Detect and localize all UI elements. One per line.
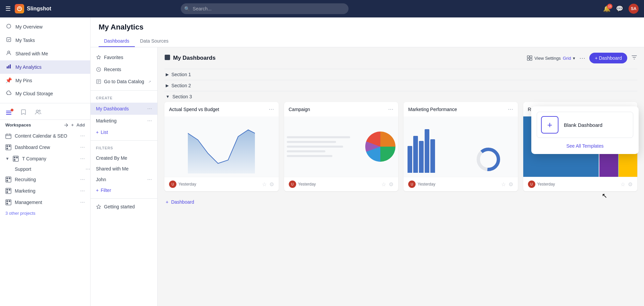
middle-item-my-dashboards[interactable]: My Dashboards ⋯ bbox=[91, 103, 157, 115]
workspaces-tab-bookmarks[interactable] bbox=[20, 109, 27, 117]
card-date-marketing: Yesterday bbox=[418, 182, 435, 187]
dashboard-header: My Dashboards View Settings Grid ▾ ⋯ + D… bbox=[164, 53, 637, 63]
svg-rect-5 bbox=[8, 65, 9, 68]
ws-label-marketing: Marketing bbox=[15, 188, 35, 194]
card-more-campaign[interactable]: ⋯ bbox=[388, 106, 393, 112]
user-avatar[interactable]: SA bbox=[629, 4, 639, 14]
other-projects-link[interactable]: 3 other projects bbox=[0, 208, 90, 218]
dropdown-blank-dashboard[interactable]: + Blank Dashboard ↖ bbox=[537, 112, 633, 138]
section-2-row[interactable]: ▶ Section 2 bbox=[164, 80, 637, 91]
star-icon-campaign[interactable]: ☆ bbox=[381, 181, 386, 188]
filter-john[interactable]: John ⋯ bbox=[91, 174, 157, 185]
ws-sub-support[interactable]: Support ⋯ bbox=[0, 164, 90, 174]
marketing-more[interactable]: ⋯ bbox=[147, 118, 152, 123]
main-body: Favorites Recents Go to Data Catalog ↗ C… bbox=[91, 47, 644, 306]
filter-john-more[interactable]: ⋯ bbox=[147, 177, 152, 182]
tab-data-sources[interactable]: Data Sources bbox=[135, 36, 174, 47]
add-dashboard-button[interactable]: + Dashboard bbox=[589, 53, 627, 63]
add-workspace-label[interactable]: Add bbox=[76, 122, 85, 128]
dashboard-more-button[interactable]: ⋯ bbox=[579, 54, 585, 62]
tab-dashboards[interactable]: Dashboards bbox=[99, 36, 135, 47]
sidebar-label-my-cloud-storage: My Cloud Storage bbox=[15, 91, 53, 96]
workspace-marketing[interactable]: Marketing ⋯ bbox=[0, 185, 90, 197]
see-all-templates-link[interactable]: See All Templates bbox=[537, 143, 633, 149]
sidebar-item-my-cloud-storage[interactable]: My Cloud Storage bbox=[0, 87, 90, 100]
workspace-t-company[interactable]: ▼ T Company ⋯ bbox=[0, 153, 90, 164]
share-icon-revenue[interactable]: ⚙ bbox=[628, 181, 633, 188]
workspace-content-calendar[interactable]: Content Calendar & SEO ⋯ bbox=[0, 130, 90, 142]
workspace-management[interactable]: Management ⋯ bbox=[0, 197, 90, 208]
card-more-actual-spend[interactable]: ⋯ bbox=[269, 106, 274, 112]
card-body-marketing bbox=[404, 116, 518, 177]
middle-item-data-catalog[interactable]: Go to Data Catalog ↗ bbox=[91, 75, 157, 88]
svg-rect-26 bbox=[6, 189, 8, 191]
chart-campaign bbox=[284, 116, 398, 177]
chevron-down-icon-2: ▼ bbox=[166, 94, 170, 99]
cloud-icon bbox=[5, 90, 12, 97]
ws-more-content-calendar[interactable]: ⋯ bbox=[80, 133, 85, 139]
notification-badge: 15 bbox=[607, 4, 612, 9]
search-icon: 🔍 bbox=[184, 6, 190, 11]
section-3-row[interactable]: ▼ Section 3 bbox=[164, 91, 637, 102]
svg-rect-23 bbox=[9, 177, 10, 179]
chevron-right-icon: ▶ bbox=[166, 72, 169, 77]
tasks-icon bbox=[5, 37, 12, 44]
workspaces-actions[interactable]: + Add bbox=[64, 122, 85, 128]
card-user-campaign: U Yesterday bbox=[289, 181, 316, 188]
workspace-recruiting[interactable]: Recruiting ⋯ bbox=[0, 174, 90, 185]
svg-rect-39 bbox=[527, 58, 529, 60]
ws-more-dashboard-crew[interactable]: ⋯ bbox=[80, 145, 85, 150]
my-dashboards-more[interactable]: ⋯ bbox=[147, 106, 152, 111]
sidebar-item-my-overview[interactable]: My Overview bbox=[0, 20, 90, 34]
chevron-down-icon: ▾ bbox=[573, 56, 575, 61]
middle-item-marketing[interactable]: Marketing ⋯ bbox=[91, 115, 157, 127]
svg-rect-28 bbox=[6, 191, 8, 193]
middle-item-recents[interactable]: Recents bbox=[91, 63, 157, 75]
filter-shared-with-me[interactable]: Shared with Me bbox=[91, 163, 157, 174]
ws-more-support[interactable]: ⋯ bbox=[86, 166, 90, 172]
workspaces-tab-layers[interactable] bbox=[5, 109, 12, 116]
chat-icon[interactable]: 💬 bbox=[616, 5, 623, 12]
notifications-icon[interactable]: 🔔 15 bbox=[603, 5, 610, 12]
app-name: Slingshot bbox=[27, 6, 51, 12]
star-icon-marketing[interactable]: ☆ bbox=[501, 181, 506, 188]
ws-more-marketing[interactable]: ⋯ bbox=[80, 188, 85, 194]
getting-started-item[interactable]: Getting started bbox=[91, 201, 157, 212]
add-filter-button[interactable]: + Filter bbox=[91, 185, 157, 196]
middle-item-favorites[interactable]: Favorites bbox=[91, 51, 157, 63]
section-1-label: Section 1 bbox=[171, 72, 191, 77]
section-1-row[interactable]: ▶ Section 1 bbox=[164, 69, 637, 80]
sidebar-item-my-analytics[interactable]: My Analytics bbox=[0, 60, 90, 74]
share-icon-marketing[interactable]: ⚙ bbox=[508, 181, 513, 188]
analytics-icon bbox=[5, 64, 12, 70]
add-filter-icon: + bbox=[96, 188, 99, 193]
view-settings-button[interactable]: View Settings Grid ▾ bbox=[527, 55, 575, 61]
star-icon-actual-spend[interactable]: ☆ bbox=[262, 181, 267, 188]
add-dashboard-label: + Dashboard bbox=[595, 55, 622, 61]
sidebar-item-my-tasks[interactable]: My Tasks bbox=[0, 34, 90, 47]
ws-sub-label-support: Support bbox=[15, 166, 31, 172]
ws-more-recruiting[interactable]: ⋯ bbox=[80, 177, 85, 182]
workspace-dashboard-crew[interactable]: Dashboard Crew ⋯ bbox=[0, 142, 90, 153]
ws-more-management[interactable]: ⋯ bbox=[80, 200, 85, 205]
search-input[interactable] bbox=[181, 3, 348, 14]
sidebar-item-my-pins[interactable]: 📌 My Pins bbox=[0, 74, 90, 87]
hamburger-icon[interactable]: ☰ bbox=[5, 5, 11, 12]
ws-more-t-company[interactable]: ⋯ bbox=[80, 156, 85, 161]
add-dashboard-row[interactable]: + Dashboard bbox=[164, 197, 637, 207]
add-list-button[interactable]: + List bbox=[91, 127, 157, 138]
sidebar-navigation: My Overview My Tasks Shared with Me My A… bbox=[0, 17, 90, 306]
filter-button[interactable] bbox=[631, 54, 637, 62]
card-more-marketing[interactable]: ⋯ bbox=[508, 106, 513, 112]
pins-icon: 📌 bbox=[5, 77, 12, 84]
sidebar-item-shared-with-me[interactable]: Shared with Me bbox=[0, 47, 90, 60]
star-icon-revenue[interactable]: ☆ bbox=[621, 181, 625, 188]
add-dashboard-row-label: Dashboard bbox=[171, 199, 194, 205]
filter-created-by-me[interactable]: Created By Me bbox=[91, 153, 157, 163]
share-icon-campaign[interactable]: ⚙ bbox=[389, 181, 393, 188]
svg-point-10 bbox=[36, 110, 38, 112]
ws-label-t-company: T Company bbox=[22, 156, 46, 161]
workspaces-tab-team[interactable] bbox=[35, 109, 42, 117]
svg-point-1 bbox=[7, 24, 11, 28]
share-icon-actual-spend[interactable]: ⚙ bbox=[269, 181, 274, 188]
